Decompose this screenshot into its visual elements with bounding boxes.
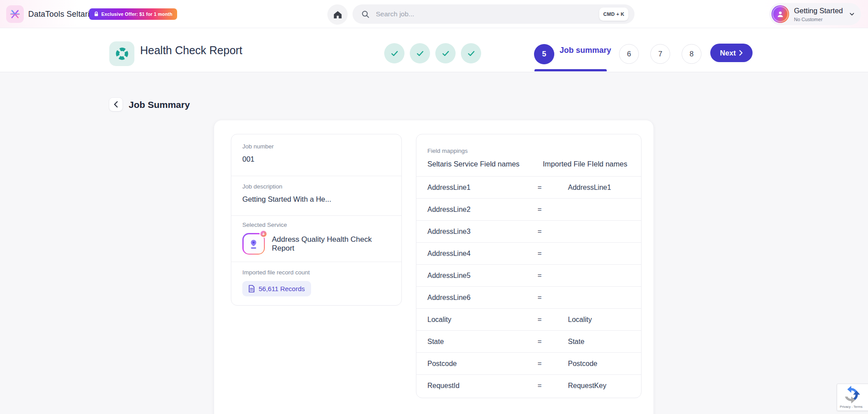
field-mapping-row: AddressLine4= [416, 242, 641, 264]
search-input[interactable] [376, 10, 599, 18]
back-chevron-icon [113, 101, 119, 108]
service-field-name: Locality [427, 316, 527, 324]
document-icon [249, 285, 255, 292]
avatar [772, 5, 789, 23]
service-field-name: AddressLine1 [427, 184, 527, 192]
field-mapping-row: RequestId=RequestKey [416, 374, 641, 396]
service-icon: + [242, 233, 265, 255]
back-button[interactable] [109, 97, 123, 111]
field-mappings-card: Field mappings Seltaris Service Field na… [416, 134, 642, 398]
equals-sign: = [527, 338, 560, 346]
step-circle-8[interactable]: 8 [682, 44, 701, 64]
service-field-name: AddressLine2 [427, 206, 527, 214]
plus-badge-icon: + [260, 230, 267, 238]
imported-field-name: Locality [560, 316, 641, 324]
offer-badge-label: Exclusive Offer: $1 for 1 month [101, 11, 172, 17]
imported-field-name: State [560, 338, 641, 346]
step-completed-2[interactable] [410, 43, 430, 63]
job-summary-panel: Job number 001 Job description Getting S… [214, 120, 654, 414]
job-description-value: Getting Started With a He... [242, 195, 390, 203]
step-circle-6[interactable]: 6 [619, 44, 639, 64]
report-icon [109, 41, 134, 66]
search-icon [361, 10, 370, 18]
job-number-value: 001 [242, 155, 390, 163]
step-completed-4[interactable] [461, 43, 481, 63]
imported-field-name: AddressLine1 [560, 184, 641, 192]
selected-service-value: Address Quality Health Check Report [272, 235, 390, 253]
service-field-name: RequestId [427, 382, 527, 390]
job-description-label: Job description [242, 183, 390, 190]
record-count-section: Imported file record count 56,611 Record… [231, 262, 401, 305]
check-icon [390, 49, 399, 58]
job-description-section: Job description Getting Started With a H… [231, 176, 401, 215]
asterisk-logo-icon [9, 8, 21, 20]
recaptcha-privacy-terms[interactable]: Privacy - Terms [840, 405, 863, 409]
selected-service-label: Selected Service [242, 222, 390, 228]
active-step-underline [534, 69, 607, 71]
brand-name: DataTools Seltaris [28, 0, 94, 28]
field-mapping-row: Postcode=Postcode [416, 352, 641, 374]
map-pin-icon [249, 239, 259, 249]
job-number-label: Job number [242, 143, 390, 150]
equals-sign: = [527, 250, 560, 258]
upcoming-steps: 678 [619, 44, 701, 64]
person-icon [776, 10, 784, 18]
check-icon [467, 49, 476, 58]
field-mapping-row: AddressLine2= [416, 198, 641, 220]
service-field-name: AddressLine5 [427, 272, 527, 280]
column-header-imported: Imported File FIeld names [543, 160, 627, 168]
lock-icon [94, 11, 99, 17]
service-field-name: AddressLine3 [427, 228, 527, 236]
home-icon [333, 10, 342, 19]
service-field-name: State [427, 338, 527, 346]
chevron-down-icon [849, 11, 855, 17]
record-count-badge: 56,611 Records [242, 281, 311, 296]
next-button-label: Next [720, 49, 736, 57]
column-header-service: Seltaris Service Field names [427, 160, 519, 168]
field-mapping-row: AddressLine5= [416, 264, 641, 286]
equals-sign: = [527, 360, 560, 368]
search-shortcut-key: CMD + K [599, 7, 628, 21]
field-mapping-row: AddressLine6= [416, 286, 641, 308]
recaptcha-badge[interactable]: Privacy - Terms [837, 384, 868, 411]
equals-sign: = [527, 382, 560, 390]
equals-sign: = [527, 316, 560, 324]
home-button[interactable] [327, 4, 348, 25]
service-field-name: AddressLine4 [427, 250, 527, 258]
record-count-value: 56,611 Records [259, 285, 305, 292]
equals-sign: = [527, 184, 560, 192]
service-field-name: Postcode [427, 360, 527, 368]
check-icon [415, 49, 425, 58]
search-bar[interactable]: CMD + K [352, 4, 634, 24]
wizard-header: Health Check Report 5 Job summary 678 Ne… [0, 28, 868, 72]
step-completed-3[interactable] [435, 43, 456, 63]
equals-sign: = [527, 272, 560, 280]
imported-field-name: Postcode [560, 360, 641, 368]
user-name: Getting Started [794, 7, 843, 15]
step-circle-7[interactable]: 7 [650, 44, 670, 64]
active-step-label: Job summary [560, 28, 611, 72]
app-logo[interactable] [6, 5, 24, 23]
step-5-active[interactable]: 5 [534, 44, 554, 64]
imported-field-name: RequestKey [560, 382, 641, 390]
top-bar: DataTools Seltaris Exclusive Offer: $1 f… [0, 0, 868, 28]
job-details-card: Job number 001 Job description Getting S… [231, 134, 402, 306]
field-mapping-row: State=State [416, 330, 641, 352]
field-mapping-row: AddressLine3= [416, 220, 641, 242]
record-count-label: Imported file record count [242, 269, 390, 276]
user-menu[interactable]: Getting Started No Customer [769, 3, 861, 25]
service-field-name: AddressLine6 [427, 294, 527, 302]
offer-badge[interactable]: Exclusive Offer: $1 for 1 month [89, 8, 177, 20]
equals-sign: = [527, 228, 560, 236]
step-completed-1[interactable] [384, 43, 404, 63]
next-chevron-icon [739, 50, 743, 56]
field-mappings-label: Field mappings [427, 148, 468, 154]
field-mapping-rows: AddressLine1=AddressLine1AddressLine2=Ad… [416, 176, 641, 396]
page-title: Job Summary [129, 98, 190, 112]
recaptcha-icon [842, 386, 860, 405]
selected-service-section: Selected Service + Address Quality Healt… [231, 215, 401, 262]
equals-sign: = [527, 294, 560, 302]
job-number-section: Job number 001 [231, 134, 401, 176]
next-button[interactable]: Next [710, 44, 753, 62]
wizard-title: Health Check Report [140, 28, 242, 72]
